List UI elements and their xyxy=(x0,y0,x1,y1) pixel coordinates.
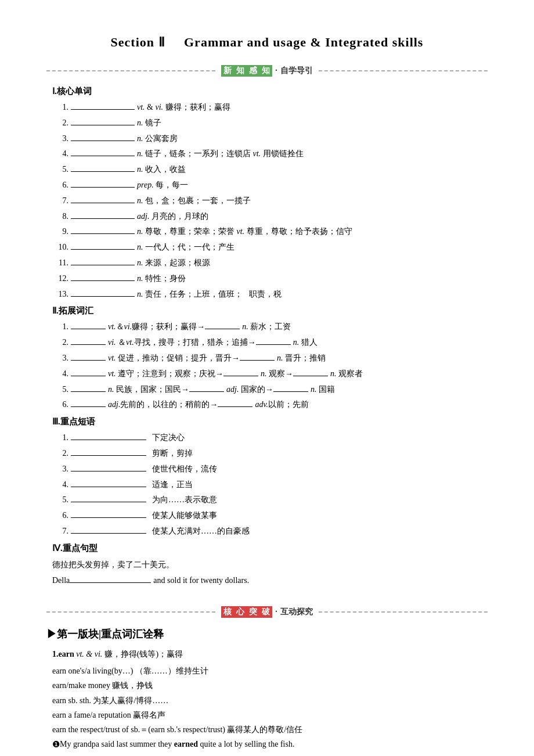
banner-dot-1: · xyxy=(274,66,279,75)
earn-line-2: earn/make money 赚钱，挣钱 xyxy=(52,678,488,693)
expand-item-4: 4. vt. 遵守；注意到；观察；庆祝→ n. 观察→ n. 观察者 xyxy=(52,367,488,381)
phrase-blank-4 xyxy=(71,487,146,487)
blank-5 xyxy=(71,171,135,172)
sentence-en-prefix: Della xyxy=(52,573,70,588)
expand-blank-5b xyxy=(189,391,224,392)
expand-blank-4c xyxy=(293,376,328,376)
banner2-line-left xyxy=(46,611,215,613)
phrase-item-6: 6. 使某人能够做某事 xyxy=(52,509,488,523)
sentence-cn: 德拉把头发剪掉，卖了二十美元。 xyxy=(52,557,488,572)
phrase-item-2: 2. 剪断，剪掉 xyxy=(52,447,488,460)
expand-blank-2b xyxy=(256,344,291,345)
title-rest: Grammar and usage & Integrated skills xyxy=(184,35,423,49)
vocab-item-3: 3. n. 公寓套房 xyxy=(52,132,488,146)
vocab-item-8: 8. adj. 月亮的，月球的 xyxy=(52,210,488,224)
vocab-item-1: 1. vt. & vi. 赚得；获利；赢得 xyxy=(52,100,488,114)
expand-blank-4b xyxy=(223,376,258,376)
vocab-item-11: 11. n. 来源，起源；根源 xyxy=(52,256,488,270)
blank-2 xyxy=(71,125,135,125)
expand-blank-6b xyxy=(218,406,252,407)
phrase-item-4: 4. 适逢，正当 xyxy=(52,478,488,492)
vocab-item-9: 9. n. 尊敬，尊重；荣幸；荣誉 vt. 尊重，尊敬；给予表扬；信守 xyxy=(52,225,488,239)
sentence-block: 德拉把头发剪掉，卖了二十美元。 Della and sold it for tw… xyxy=(52,557,488,588)
blank-12 xyxy=(71,280,135,281)
phrase-item-7: 7. 使某人充满对……的自豪感 xyxy=(52,524,488,538)
banner2-dot: · xyxy=(274,607,279,617)
phrase-item-3: 3. 使世代相传，流传 xyxy=(52,462,488,476)
vocab-list-2: 1. vt.＆vi.赚得；获利；赢得→ n. 薪水；工资 2. vi. ＆vt.… xyxy=(52,320,488,412)
phrase-blank-1 xyxy=(71,440,146,440)
vocab-analysis-content: 1.earn vt. & vi. 赚，挣得(钱等)；赢得 earn one's/… xyxy=(52,647,488,753)
banner2-tag-xin: 心 xyxy=(234,606,247,618)
blank-1 xyxy=(71,109,135,110)
expand-blank-4a xyxy=(71,376,106,376)
blank-3 xyxy=(71,141,135,141)
banner-box-2: 核 心 突 破 · 互动探究 xyxy=(215,605,319,619)
banner-box-1: 新 知 感 知 · 自学导引 xyxy=(215,64,319,78)
section-phrases: Ⅲ.重点短语 1. 下定决心 2. 剪断，剪掉 3. 使世代相传，流传 4. 适… xyxy=(52,416,488,538)
earn-line-1: earn one's/a living(by…) （靠……）维持生计 xyxy=(52,664,488,678)
vocab-item-7: 7. n. 包，盒；包裹；一套，一揽子 xyxy=(52,194,488,208)
earn-def: 赚，挣得(钱等)；赢得 xyxy=(104,650,183,658)
section-vocab-analysis: ▶第一版块|重点词汇诠释 1.earn vt. & vi. 赚，挣得(钱等)；赢… xyxy=(46,627,488,753)
blank-7 xyxy=(71,203,135,203)
earn-heading: 1.earn vt. & vi. 赚，挣得(钱等)；赢得 xyxy=(52,647,488,661)
earn-label: 1.earn xyxy=(52,650,74,658)
vocab-item-6: 6. prep. 每，每一 xyxy=(52,178,488,192)
vocab-item-4: 4. n. 链子，链条；一系列；连锁店 vt. 用锁链拴住 xyxy=(52,147,488,161)
banner-tag-xin: 新 xyxy=(221,65,234,77)
heading-core-vocab: Ⅰ.核心单词 xyxy=(52,86,488,97)
blank-4 xyxy=(71,156,135,156)
phrase-item-1: 1. 下定决心 xyxy=(52,431,488,445)
blank-13 xyxy=(71,296,135,297)
banner2-line-right xyxy=(319,611,488,613)
vocab-item-10: 10. n. 一代人；代；一代；产生 xyxy=(52,240,488,254)
expand-blank-3b xyxy=(240,360,275,361)
main-title: Section Ⅱ Grammar and usage & Integrated… xyxy=(46,35,488,50)
roman-numeral: Ⅱ xyxy=(158,35,185,49)
phrase-blank-5 xyxy=(71,502,146,502)
phrase-blank-3 xyxy=(71,471,146,471)
expand-item-1: 1. vt.＆vi.赚得；获利；赢得→ n. 薪水；工资 xyxy=(52,320,488,334)
section-sentences: Ⅳ.重点句型 德拉把头发剪掉，卖了二十美元。 Della and sold it… xyxy=(52,543,488,588)
vocab-list-1: 1. vt. & vi. 赚得；获利；赢得 2. n. 镜子 3. n. 公寓套… xyxy=(52,100,488,301)
vocab-item-5: 5. n. 收入，收益 xyxy=(52,163,488,177)
expand-blank-5a xyxy=(71,391,106,392)
phrase-list: 1. 下定决心 2. 剪断，剪掉 3. 使世代相传，流传 4. 适逢，正当 5.… xyxy=(52,431,488,538)
banner-1: 新 知 感 知 · 自学导引 xyxy=(46,64,488,78)
banner2-tag-tu: 突 xyxy=(247,606,259,618)
banner2-tag-po: 破 xyxy=(259,606,272,618)
expand-blank-6a xyxy=(71,406,106,407)
vocab-item-12: 12. n. 特性；身份 xyxy=(52,272,488,286)
blank-8 xyxy=(71,218,135,219)
blank-6 xyxy=(71,187,135,188)
blank-10 xyxy=(71,249,135,250)
banner-tag-zhi2: 知 xyxy=(259,65,272,77)
banner-tag-gan: 感 xyxy=(247,65,259,77)
banner-tag-zhi: 知 xyxy=(234,65,247,77)
earn-line-5: earn the respect/trust of sb.＝(earn sb.'… xyxy=(52,722,488,737)
banner2-text: 互动探究 xyxy=(280,607,313,617)
earn-pos: vt. & vi. xyxy=(76,650,102,658)
expand-blank-2a xyxy=(71,344,106,345)
expand-item-5: 5. n. 民族，国家；国民→ adj. 国家的→ n. 国籍 xyxy=(52,383,488,397)
sentence-en-suffix: and sold it for twenty dollars. xyxy=(153,573,249,588)
banner-2-wrapper: 核 心 突 破 · 互动探究 xyxy=(46,605,488,619)
section-word: Section xyxy=(111,35,154,49)
phrase-item-5: 5. 为向……表示敬意 xyxy=(52,493,488,507)
vocab-analysis-heading: ▶第一版块|重点词汇诠释 xyxy=(46,627,488,641)
section-core-vocab: Ⅰ.核心单词 1. vt. & vi. 赚得；获利；赢得 2. n. 镜子 3.… xyxy=(52,86,488,301)
expand-blank-1b xyxy=(205,329,240,329)
expand-item-6: 6. adj.先前的，以往的；稍前的→ adv.以前；先前 xyxy=(52,398,488,412)
heading-phrases: Ⅲ.重点短语 xyxy=(52,416,488,427)
banner-2: 核 心 突 破 · 互动探究 xyxy=(46,605,488,619)
expand-item-2: 2. vi. ＆vt.寻找，搜寻；打猎，猎杀；追捕→ n. 猎人 xyxy=(52,336,488,350)
banner-line-left xyxy=(46,70,215,71)
section-expand-vocab: Ⅱ.拓展词汇 1. vt.＆vi.赚得；获利；赢得→ n. 薪水；工资 2. v… xyxy=(52,305,488,412)
banner2-tag-he: 核 xyxy=(221,606,234,618)
expand-blank-5c xyxy=(273,391,308,392)
expand-blank-3a xyxy=(71,360,106,361)
phrase-blank-7 xyxy=(71,533,146,534)
expand-blank-1a xyxy=(71,329,106,329)
sentence-en: Della and sold it for twenty dollars. xyxy=(52,573,488,588)
